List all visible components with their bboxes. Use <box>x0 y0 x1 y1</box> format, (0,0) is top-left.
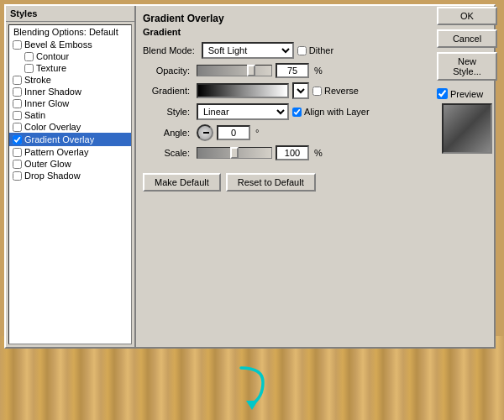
cancel-button[interactable]: Cancel <box>437 29 497 48</box>
scale-slider-container <box>197 147 272 159</box>
panel-title: Styles <box>10 8 37 18</box>
buttons-row: Make Default Reset to Default <box>143 173 418 192</box>
pattern-overlay-item[interactable]: Pattern Overlay <box>9 146 131 158</box>
subsection-title: Gradient <box>143 27 418 37</box>
contour-item[interactable]: Contour <box>9 50 131 62</box>
blend-mode-select[interactable]: Soft Light Normal Multiply Screen Overla… <box>202 42 294 59</box>
opacity-percent: % <box>314 66 323 76</box>
style-label: Style: <box>143 107 193 117</box>
dither-check-row: Dither <box>297 45 333 55</box>
scale-row: Scale: % <box>143 145 418 160</box>
color-overlay-item[interactable]: Color Overlay <box>9 121 131 133</box>
gradient-overlay-checkbox[interactable] <box>13 135 22 144</box>
opacity-slider[interactable] <box>197 65 272 76</box>
panel-header: Styles <box>6 6 134 22</box>
scale-label: Scale: <box>143 148 193 158</box>
texture-checkbox[interactable] <box>24 64 34 73</box>
dither-checkbox[interactable] <box>297 46 307 55</box>
make-default-button[interactable]: Make Default <box>143 173 221 192</box>
drop-shadow-item[interactable]: Drop Shadow <box>9 170 131 181</box>
opacity-label: Opacity: <box>143 66 193 76</box>
reverse-label: Reverse <box>324 86 359 96</box>
pattern-overlay-checkbox[interactable] <box>13 148 22 157</box>
inner-shadow-item[interactable]: Inner Shadow <box>9 86 131 97</box>
svg-marker-1 <box>246 401 258 410</box>
outer-glow-checkbox[interactable] <box>13 160 22 169</box>
bevel-emboss-item[interactable]: Bevel & Emboss <box>9 39 131 50</box>
inner-glow-checkbox[interactable] <box>13 99 22 108</box>
inner-shadow-checkbox[interactable] <box>13 87 22 97</box>
stroke-checkbox[interactable] <box>13 76 22 85</box>
angle-label: Angle: <box>143 128 193 138</box>
align-layer-checkbox[interactable] <box>292 108 302 117</box>
gradient-label: Gradient: <box>143 86 193 96</box>
preview-label: Preview <box>450 89 483 99</box>
angle-dial[interactable] <box>197 124 213 141</box>
gradient-overlay-item[interactable]: Gradient Overlay <box>9 133 131 146</box>
blending-options-item[interactable]: Blending Options: Default <box>9 25 131 39</box>
satin-item[interactable]: Satin <box>9 109 131 121</box>
align-layer-label: Align with Layer <box>304 107 370 117</box>
styles-list[interactable]: Blending Options: Default Bevel & Emboss… <box>8 24 132 344</box>
reverse-checkbox[interactable] <box>312 87 322 96</box>
opacity-input[interactable] <box>276 63 309 78</box>
gradient-dropdown[interactable] <box>292 82 309 99</box>
bottom-cyan-arrow-icon <box>231 364 273 410</box>
scale-slider[interactable] <box>197 147 272 159</box>
align-layer-check-row: Align with Layer <box>292 107 370 117</box>
stroke-item[interactable]: Stroke <box>9 74 131 86</box>
inner-glow-item[interactable]: Inner Glow <box>9 97 131 109</box>
scale-percent: % <box>314 148 323 158</box>
bevel-emboss-checkbox[interactable] <box>13 40 22 50</box>
bottom-arrow-area <box>231 364 273 412</box>
contour-checkbox[interactable] <box>24 52 34 61</box>
style-row: Style: Linear Radial Angle Reflected Dia… <box>143 103 418 120</box>
reset-default-button[interactable]: Reset to Default <box>226 173 316 192</box>
outer-glow-item[interactable]: Outer Glow <box>9 158 131 170</box>
gradient-preview[interactable] <box>197 83 289 98</box>
main-dialog: Styles Blending Options: Default Bevel &… <box>4 4 496 349</box>
gradient-row: Gradient: Reverse <box>143 82 418 99</box>
dither-label: Dither <box>309 45 333 55</box>
texture-item[interactable]: Texture <box>9 62 131 74</box>
right-buttons-panel: OK Cancel New Style... Preview <box>437 7 497 154</box>
section-title: Gradient Overlay <box>143 13 418 24</box>
angle-row: Angle: ° <box>143 124 418 141</box>
drop-shadow-checkbox[interactable] <box>13 171 22 181</box>
left-panel: Styles Blending Options: Default Bevel &… <box>6 6 136 347</box>
blend-mode-row: Blend Mode: Soft Light Normal Multiply S… <box>143 42 418 59</box>
angle-input[interactable] <box>217 125 250 140</box>
preview-row: Preview <box>437 88 497 99</box>
reverse-check-row: Reverse <box>312 86 359 96</box>
ok-button[interactable]: OK <box>437 7 497 25</box>
opacity-slider-container <box>197 65 272 76</box>
satin-checkbox[interactable] <box>13 111 22 120</box>
blend-mode-label: Blend Mode: <box>143 45 198 55</box>
scale-input[interactable] <box>276 145 309 160</box>
angle-degree: ° <box>255 128 259 138</box>
new-style-button[interactable]: New Style... <box>437 52 497 81</box>
opacity-row: Opacity: % <box>143 63 418 78</box>
preview-thumbnail <box>442 103 492 154</box>
style-select[interactable]: Linear Radial Angle Reflected Diamond <box>197 103 289 120</box>
color-overlay-checkbox[interactable] <box>13 123 22 132</box>
preview-checkbox[interactable] <box>437 88 448 99</box>
